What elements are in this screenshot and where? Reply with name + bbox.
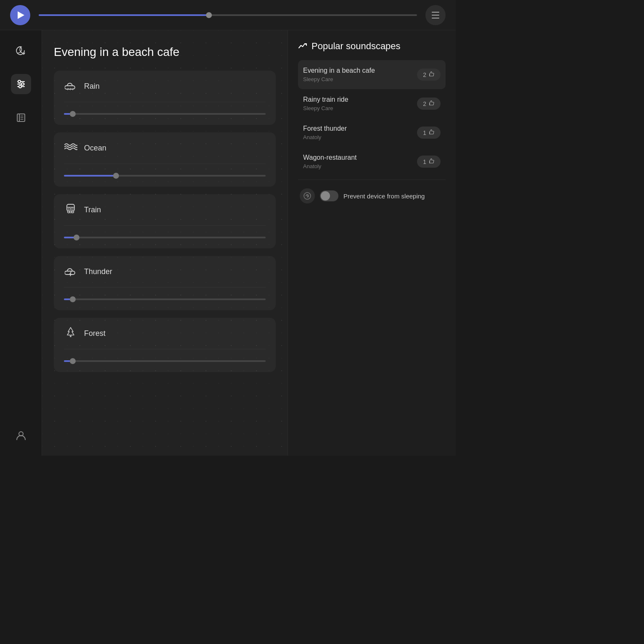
soundscape-item-1[interactable]: Rainy train ride Sleepy Care 2	[298, 89, 446, 118]
soundscape-name-1: Rainy train ride	[303, 96, 348, 103]
sidebar-item-library[interactable]	[11, 108, 31, 128]
soundscape-author-1: Sleepy Care	[303, 105, 348, 111]
rain-slider-container	[54, 102, 276, 125]
progress-fill	[39, 14, 209, 16]
like-count-1: 2	[423, 100, 426, 107]
like-badge-0[interactable]: 2	[417, 69, 441, 81]
sound-card-thunder: Thunder	[54, 256, 276, 310]
panel-divider	[298, 179, 446, 180]
book-icon	[15, 112, 27, 124]
rain-icon	[64, 79, 77, 93]
menu-button[interactable]	[425, 5, 446, 25]
sound-card-thunder-header: Thunder	[54, 256, 276, 287]
topbar	[0, 0, 456, 30]
soundscape-item-3[interactable]: Wagon-restaurant Anatoly 1	[298, 147, 446, 176]
toggle-knob	[321, 191, 330, 201]
soundscape-item-0[interactable]: Evening in a beach cafe Sleepy Care 2	[298, 60, 446, 89]
sound-card-train-header: Train	[54, 194, 276, 225]
svg-line-14	[73, 88, 73, 90]
svg-point-4	[21, 83, 24, 85]
moon-icon	[15, 45, 27, 56]
profile-icon	[15, 430, 27, 441]
soundscape-info-3: Wagon-restaurant Anatoly	[303, 154, 356, 169]
sound-card-train: Train	[54, 194, 276, 248]
svg-rect-23	[71, 208, 73, 210]
train-icon	[64, 203, 77, 217]
like-badge-2[interactable]: 1	[417, 127, 441, 139]
train-label: Train	[84, 206, 101, 214]
sidebar	[0, 30, 42, 456]
forest-slider-container	[54, 349, 276, 372]
thumb-up-icon-1	[429, 100, 435, 107]
forest-icon	[64, 326, 77, 340]
rain-slider[interactable]	[64, 113, 266, 115]
thunder-slider[interactable]	[64, 298, 266, 300]
train-slider[interactable]	[64, 237, 266, 238]
rain-label: Rain	[84, 82, 100, 91]
sleep-toggle-switch[interactable]	[320, 190, 338, 201]
menu-line-2	[432, 15, 439, 16]
ocean-icon	[64, 141, 77, 155]
content-area: Evening in a beach cafe Rain	[42, 30, 288, 456]
menu-line-1	[432, 12, 439, 13]
sound-card-rain-header: Rain	[54, 71, 276, 102]
forest-label: Forest	[84, 329, 106, 338]
like-count-2: 1	[423, 129, 426, 136]
svg-rect-22	[68, 208, 70, 210]
svg-point-5	[19, 85, 21, 88]
page-title: Evening in a beach cafe	[54, 45, 276, 59]
thumb-up-icon-0	[429, 71, 435, 78]
like-badge-1[interactable]: 2	[417, 98, 441, 110]
sidebar-item-mixer[interactable]	[11, 74, 31, 94]
svg-rect-15	[67, 204, 74, 211]
train-slider-container	[54, 226, 276, 248]
right-panel: Popular soundscapes Evening in a beach c…	[288, 30, 456, 456]
sound-card-forest: Forest	[54, 318, 276, 372]
svg-line-13	[70, 88, 71, 90]
soundscape-name-0: Evening in a beach cafe	[303, 67, 375, 74]
like-badge-3[interactable]: 1	[417, 156, 441, 168]
soundscape-info-1: Rainy train ride Sleepy Care	[303, 96, 348, 111]
sound-card-ocean: Ocean	[54, 132, 276, 187]
forest-slider[interactable]	[64, 360, 266, 362]
sidebar-item-sleep[interactable]	[11, 40, 31, 61]
soundscape-item-2[interactable]: Forest thunder Anatoly 1	[298, 118, 446, 147]
trending-icon	[298, 40, 307, 52]
play-button[interactable]	[10, 5, 30, 25]
like-count-0: 2	[423, 71, 426, 78]
popular-title: Popular soundscapes	[311, 41, 401, 52]
like-count-3: 1	[423, 158, 426, 165]
sound-card-forest-header: Forest	[54, 318, 276, 349]
svg-line-12	[68, 88, 68, 90]
thumb-up-icon-3	[429, 158, 435, 165]
soundscape-author-2: Anatoly	[303, 134, 347, 140]
soundscape-author-0: Sleepy Care	[303, 76, 375, 82]
progress-bar[interactable]	[39, 14, 417, 16]
thunder-label: Thunder	[84, 267, 112, 276]
soundscape-author-3: Anatoly	[303, 163, 356, 169]
ocean-slider-container	[54, 164, 276, 187]
popular-header: Popular soundscapes	[298, 40, 446, 52]
ocean-slider[interactable]	[64, 175, 266, 177]
soundscape-name-2: Forest thunder	[303, 125, 347, 132]
sound-card-rain: Rain	[54, 71, 276, 125]
prevent-sleep-row: Prevent device from sleeping	[298, 188, 446, 203]
main-layout: Evening in a beach cafe Rain	[0, 30, 456, 456]
soundscape-info-2: Forest thunder Anatoly	[303, 125, 347, 140]
sleep-toggle-label: Prevent device from sleeping	[343, 193, 425, 200]
soundscape-info-0: Evening in a beach cafe Sleepy Care	[303, 67, 375, 82]
sound-card-ocean-header: Ocean	[54, 132, 276, 164]
mixer-icon	[15, 78, 27, 90]
soundscape-name-3: Wagon-restaurant	[303, 154, 356, 161]
sleep-prevent-icon	[300, 188, 315, 203]
menu-line-3	[432, 18, 439, 18]
progress-thumb	[206, 12, 212, 18]
svg-point-3	[18, 80, 21, 83]
ocean-label: Ocean	[84, 144, 106, 153]
thumb-up-icon-2	[429, 129, 435, 136]
sidebar-item-profile[interactable]	[11, 425, 31, 446]
play-icon	[18, 11, 24, 19]
thunder-slider-container	[54, 288, 276, 310]
thunder-icon	[64, 264, 77, 279]
